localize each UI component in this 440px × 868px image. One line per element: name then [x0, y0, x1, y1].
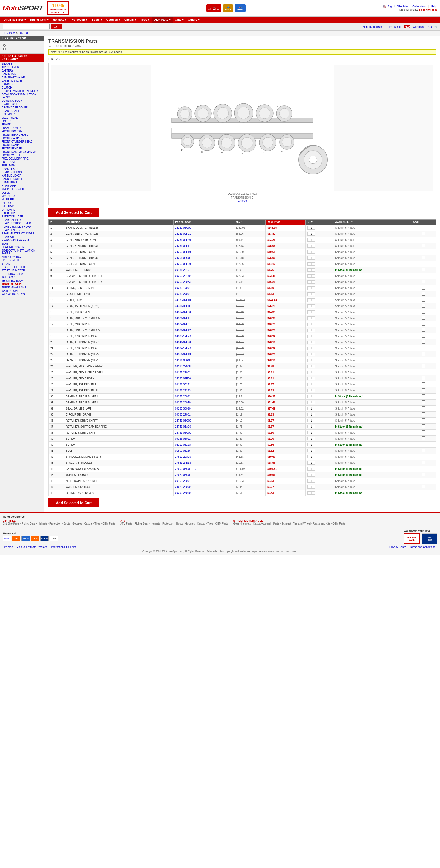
cell-qty[interactable] — [306, 454, 334, 460]
cell-add[interactable] — [411, 358, 436, 363]
category-battery[interactable]: BATTERY — [0, 69, 44, 72]
category-front-bracket[interactable]: FRONT BRACKET — [0, 130, 44, 133]
cell-part[interactable]: 24321-02F11 — [173, 315, 234, 321]
category-starter-clutch[interactable]: STARTER CLUTCH — [0, 266, 44, 269]
add-checkbox[interactable] — [422, 400, 425, 404]
category-canister[interactable]: CANISTER (E33) — [0, 79, 44, 83]
add-checkbox[interactable] — [422, 394, 425, 398]
category-rear-wheel[interactable]: REAR WHEEL — [0, 235, 44, 239]
cell-add[interactable] — [411, 484, 436, 490]
cell-qty[interactable] — [306, 249, 334, 255]
cell-qty[interactable] — [306, 363, 334, 369]
add-checkbox[interactable] — [422, 238, 425, 241]
cell-qty[interactable] — [306, 484, 334, 490]
category-transmission[interactable]: TRANSMISSION — [0, 282, 44, 286]
category-fuel-tank[interactable]: FUEL TANK — [0, 164, 44, 167]
cell-add[interactable] — [411, 339, 436, 345]
add-checkbox[interactable] — [422, 425, 425, 428]
cell-part[interactable]: 09160-27008 — [173, 363, 234, 369]
cell-qty[interactable] — [306, 303, 334, 309]
cell-part[interactable]: 09181-22223 — [173, 388, 234, 394]
search-button[interactable]: GO — [51, 24, 62, 29]
logo[interactable]: MotoSPORT — [3, 4, 43, 12]
cell-add[interactable] — [411, 267, 436, 273]
cell-qty[interactable] — [306, 267, 334, 273]
category-water-pump[interactable]: WATER PUMP — [0, 289, 44, 293]
category-turnsignal-lamp[interactable]: TURNSIGNAL LAMP — [0, 286, 44, 289]
add-checkbox[interactable] — [422, 448, 425, 452]
cell-qty[interactable] — [306, 333, 334, 339]
category-rear-master-cylinder[interactable]: REAR MASTER CYLINDER — [0, 232, 44, 235]
chat-link[interactable]: Chat with us — [387, 25, 402, 28]
add-checkbox[interactable] — [422, 418, 425, 422]
cell-add[interactable] — [411, 417, 436, 424]
breadcrumb-oem-parts[interactable]: OEM Parts — [3, 32, 15, 35]
cell-qty[interactable] — [306, 291, 334, 297]
nav-helmets[interactable]: Helmets ▾ — [51, 17, 69, 23]
add-checkbox[interactable] — [422, 244, 425, 247]
add-checkbox[interactable] — [422, 479, 425, 482]
cell-part[interactable]: 09181-30251 — [173, 381, 234, 388]
category-clutch[interactable]: CLUTCH — [0, 86, 44, 89]
cell-part[interactable]: 27510-20A20 — [173, 454, 234, 460]
order-status-link[interactable]: Order status — [412, 5, 427, 8]
cell-add[interactable] — [411, 255, 436, 261]
add-checkbox[interactable] — [422, 473, 425, 476]
cell-qty[interactable] — [306, 225, 334, 231]
nav-gifts[interactable]: Gifts ▾ — [173, 17, 186, 23]
category-stand[interactable]: STAND — [0, 262, 44, 266]
category-throttle-body[interactable]: THROTTLE BODY — [0, 279, 44, 282]
cell-part[interactable]: 24341-02F20 — [173, 339, 234, 345]
cell-add[interactable] — [411, 249, 436, 255]
cell-part[interactable]: 24120-06G00 — [173, 225, 234, 231]
nav-others[interactable]: Others ▾ — [186, 17, 202, 23]
cell-part[interactable]: 27600-06G00-112 — [173, 466, 234, 472]
cell-part[interactable]: 24312-02F00 — [173, 309, 234, 315]
add-checkbox[interactable] — [422, 304, 425, 308]
cell-qty[interactable] — [306, 417, 334, 424]
cell-qty[interactable] — [306, 297, 334, 303]
category-seat-tail-cover[interactable]: SEAT TAIL COVER — [0, 246, 44, 249]
category-frame[interactable]: FRAME — [0, 123, 44, 126]
category-seat[interactable]: SEAT — [0, 242, 44, 246]
cell-add[interactable] — [411, 333, 436, 339]
category-electrical[interactable]: ELECTRICAL — [0, 116, 44, 120]
cell-qty[interactable] — [306, 237, 334, 243]
cell-qty[interactable] — [306, 327, 334, 333]
cell-add[interactable] — [411, 472, 436, 478]
cell-part[interactable]: 24351-02F13 — [173, 351, 234, 358]
add-checkbox[interactable] — [422, 334, 425, 338]
nav-oem-parts[interactable]: OEM Parts ▾ — [151, 17, 173, 23]
category-steering-stem[interactable]: STEERING STEM — [0, 272, 44, 276]
cell-part[interactable]: 24261-06G00 — [173, 255, 234, 261]
cell-part[interactable]: 24751-06G00 — [173, 430, 234, 436]
category-frame-cover[interactable]: FRAME COVER — [0, 126, 44, 130]
cell-part[interactable]: 09290-24010 — [173, 490, 234, 496]
cell-add[interactable] — [411, 291, 436, 297]
cell-qty[interactable] — [306, 309, 334, 315]
category-rearswinging-arm[interactable]: REARSWINGING ARM — [0, 239, 44, 242]
cell-part[interactable]: 24629-25009 — [173, 484, 234, 490]
category-oil-pump[interactable]: OIL PUMP — [0, 205, 44, 208]
cell-part[interactable]: 09126-06011 — [173, 436, 234, 442]
category-cam-chain[interactable]: CAM CHAIN — [0, 72, 44, 76]
cell-qty[interactable] — [306, 388, 334, 394]
cell-add[interactable] — [411, 315, 436, 321]
cell-add[interactable] — [411, 303, 436, 309]
add-checkbox[interactable] — [422, 376, 425, 380]
cell-qty[interactable] — [306, 255, 334, 261]
category-cylinder[interactable]: CYLINDER — [0, 113, 44, 116]
cell-part[interactable]: 09262-20139 — [173, 273, 234, 279]
category-oil-cooler[interactable]: OIL COOLER — [0, 201, 44, 205]
add-checkbox[interactable] — [422, 328, 425, 332]
category-wiring-harness[interactable]: WIRING HARNESS — [0, 293, 44, 296]
add-checkbox[interactable] — [422, 340, 425, 344]
category-rear-cushion-lever[interactable]: REAR CUSHION LEVER — [0, 222, 44, 225]
cell-part[interactable]: 09159-20004 — [173, 478, 234, 484]
nav-dirt-bike-parts[interactable]: Dirt Bike Parts ▾ — [2, 17, 28, 23]
category-camshaft-valve[interactable]: CAMSHAFT VALVE — [0, 76, 44, 79]
add-checkbox[interactable] — [422, 256, 425, 259]
my-account-link[interactable]: Sign-In / Register — [388, 5, 408, 8]
category-handle-switch[interactable]: HANDLE SWITCH — [0, 177, 44, 181]
nav-goggles[interactable]: Goggles ▾ — [104, 17, 122, 23]
